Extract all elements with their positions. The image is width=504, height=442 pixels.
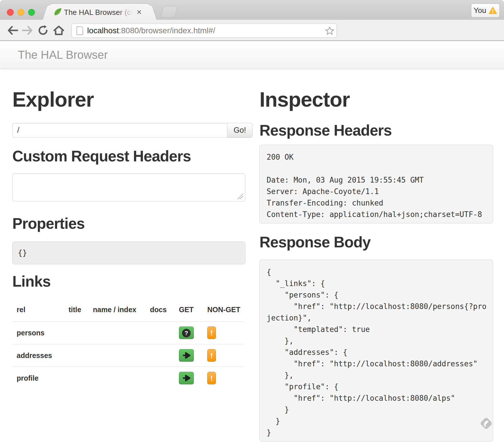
col-docs: docs [146,298,175,322]
forward-button[interactable] [21,20,34,41]
link-row-profile: profile ! [12,367,244,390]
custom-request-headers-heading: Custom Request Headers [12,147,191,165]
col-title: title [64,298,89,322]
page-icon [77,26,83,35]
col-name-index: name / index [89,298,146,322]
arrow-right-icon [182,352,190,359]
url-host: localhost [87,26,119,35]
spring-leaf-favicon [54,7,62,16]
titlebar: The HAL Browser (customiz × You [0,0,504,20]
inspector-heading: Inspector [259,88,350,111]
profile-you-button[interactable]: You [471,3,500,17]
back-button[interactable] [6,20,19,41]
rel-label: addresses [17,351,52,359]
get-follow-button[interactable] [179,372,194,384]
explorer-heading: Explorer [12,88,94,111]
response-headers-heading: Response Headers [259,122,392,139]
explorer-path-input[interactable] [12,123,227,138]
response-headers-text: 200 OK Date: Mon, 03 Aug 2015 19:55:45 G… [260,145,493,226]
tab-close-icon[interactable]: × [136,8,142,16]
site-brand: The HAL Browser [18,41,108,69]
arrow-right-icon [182,375,190,382]
links-header-row: rel title name / index docs GET NON-GET [12,298,244,322]
response-body-heading: Response Body [259,233,371,251]
go-button[interactable]: Go! [227,123,253,138]
custom-request-headers-input[interactable] [12,173,245,202]
minimize-window-button[interactable] [17,9,24,16]
feedly-mini-icon[interactable] [479,416,493,430]
rel-label: persons [17,329,44,337]
response-body-text: { "_links": { "persons": { "href": "http… [260,260,493,442]
non-get-button[interactable]: ! [207,349,216,362]
browser-toolbar: localhost:8080/browser/index.html#/ [0,20,504,41]
properties-heading: Properties [12,215,85,232]
home-button[interactable] [52,20,65,41]
non-get-button[interactable]: ! [207,326,216,339]
non-get-button[interactable]: ! [207,372,216,384]
link-row-persons: persons ? ! [12,322,244,344]
warning-icon [489,7,497,14]
url-text[interactable]: localhost:8080/browser/index.html#/ [87,26,215,35]
address-bar[interactable]: localhost:8080/browser/index.html#/ [71,23,337,38]
get-templated-button[interactable]: ? [179,326,194,339]
exclamation-icon: ! [210,374,213,382]
response-headers-box: 200 OK Date: Mon, 03 Aug 2015 19:55:45 G… [259,145,493,223]
links-heading: Links [12,273,50,290]
close-window-button[interactable] [7,9,14,16]
profile-you-label: You [474,6,486,15]
links-table: rel title name / index docs GET NON-GET … [12,298,244,389]
zoom-window-button[interactable] [28,9,35,16]
question-sign-icon: ? [182,329,191,337]
get-follow-button[interactable] [179,349,194,362]
browser-tab[interactable]: The HAL Browser (customiz × [49,3,151,20]
response-body-box: { "_links": { "persons": { "href": "http… [259,260,493,441]
browser-window: The HAL Browser (customiz × You [0,0,504,442]
exclamation-icon: ! [210,328,213,337]
new-tab-button[interactable] [160,6,178,17]
rel-label: profile [17,374,38,382]
url-path: :8080/browser/index.html#/ [119,26,215,35]
bookmark-star-icon[interactable] [325,26,334,36]
col-rel: rel [12,298,64,322]
col-non-get: NON-GET [203,298,244,322]
properties-value: {} [12,242,245,264]
link-row-addresses: addresses ! [12,344,244,367]
col-get: GET [175,298,203,322]
reload-button[interactable] [37,20,49,41]
site-navbar: The HAL Browser [0,41,504,69]
tab-title-fade [118,6,136,19]
exclamation-icon: ! [210,351,213,360]
